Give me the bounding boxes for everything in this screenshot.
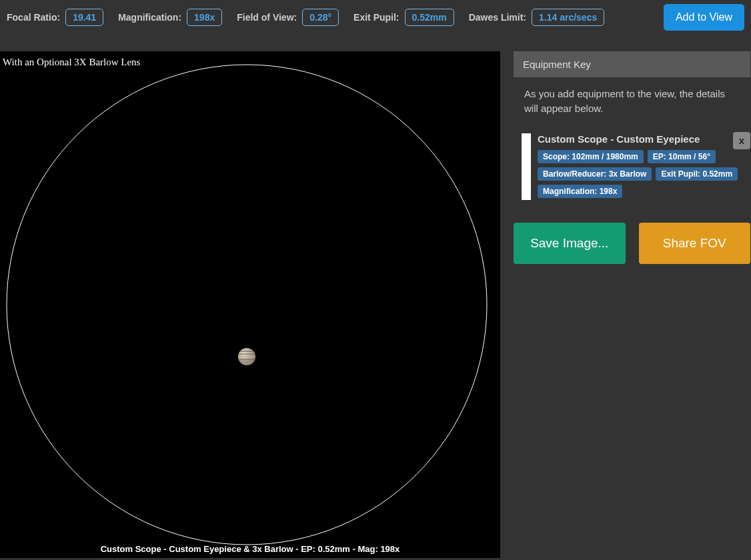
stat-value[interactable]: 19.41 xyxy=(65,9,103,26)
stat-label: Dawes Limit: xyxy=(469,12,526,23)
chip-scope: Scope: 102mm / 1980mm xyxy=(538,150,644,163)
stat-focal-ratio: Focal Ratio: 19.41 xyxy=(7,9,103,26)
stats-toolbar: Focal Ratio: 19.41 Magnification: 198x F… xyxy=(0,0,751,35)
view-caption: Custom Scope - Custom Eyepiece & 3x Barl… xyxy=(0,544,500,554)
stat-value[interactable]: 1.14 arc/secs xyxy=(532,9,604,26)
equipment-key-header: Equipment Key xyxy=(514,51,750,77)
add-to-view-button[interactable]: Add to View xyxy=(664,4,744,31)
remove-equipment-button[interactable]: x xyxy=(733,132,750,149)
stat-dawes-limit: Dawes Limit: 1.14 arc/secs xyxy=(469,9,605,26)
chip-exit-pupil: Exit Pupil: 0.52mm xyxy=(656,167,738,181)
stat-label: Focal Ratio: xyxy=(7,12,60,23)
svg-rect-6 xyxy=(237,359,257,361)
stat-exit-pupil: Exit Pupil: 0.52mm xyxy=(353,9,454,26)
stat-magnification: Magnification: 198x xyxy=(118,9,222,26)
equipment-item-title: Custom Scope - Custom Eyepiece xyxy=(538,133,742,145)
share-fov-button[interactable]: Share FOV xyxy=(639,223,751,264)
equipment-color-swatch xyxy=(522,133,531,200)
stat-label: Magnification: xyxy=(118,12,181,23)
stat-label: Field of View: xyxy=(237,12,297,23)
svg-point-0 xyxy=(7,65,487,545)
svg-rect-7 xyxy=(237,361,257,363)
save-image-button[interactable]: Save Image... xyxy=(514,223,626,264)
stat-value[interactable]: 198x xyxy=(187,9,222,26)
stat-value[interactable]: 0.28° xyxy=(302,9,339,26)
equipment-item-card: Custom Scope - Custom Eyepiece Scope: 10… xyxy=(514,125,750,208)
svg-rect-5 xyxy=(237,356,257,357)
chip-eyepiece: EP: 10mm / 56° xyxy=(648,150,716,163)
stat-field-of-view: Field of View: 0.28° xyxy=(237,9,339,26)
stat-label: Exit Pupil: xyxy=(353,12,399,23)
svg-rect-3 xyxy=(237,351,257,352)
fov-viewport[interactable]: With an Optional 3X Barlow Lens Custo xyxy=(0,51,500,558)
planet-jupiter-icon xyxy=(237,347,257,367)
chip-barlow: Barlow/Reducer: 3x Barlow xyxy=(538,167,652,181)
stat-value[interactable]: 0.52mm xyxy=(405,9,454,26)
equipment-key-placeholder: As you add equipment to the view, the de… xyxy=(514,77,750,125)
chip-magnification: Magnification: 198x xyxy=(538,185,622,198)
fov-circle xyxy=(0,58,494,551)
svg-rect-4 xyxy=(237,353,257,355)
